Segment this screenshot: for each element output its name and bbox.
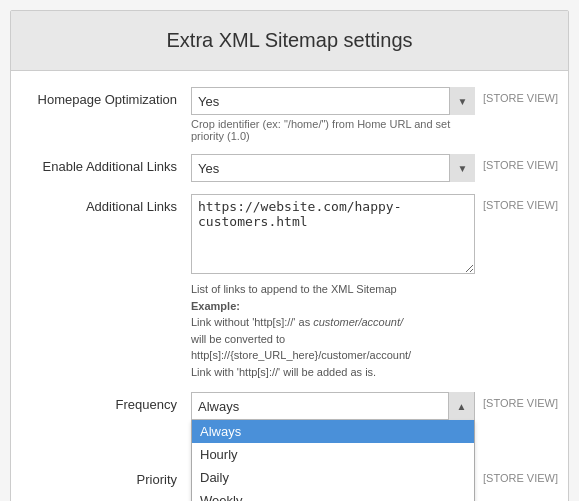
title-bar: Extra XML Sitemap settings [11,11,568,71]
homepage-optimization-field: Yes No ▼ Crop identifier (ex: "/home/") … [191,87,475,142]
priority-label: Priority [21,432,191,487]
frequency-dropdown: Always ▲ Always Hourly Daily Weekly Mont… [191,392,475,420]
frequency-dropdown-display[interactable]: Always ▲ [191,392,475,420]
additional-links-hints: List of links to append to the XML Sitem… [191,281,475,380]
frequency-option-daily[interactable]: Daily [192,466,474,489]
additional-links-hint-line2: will be converted to [191,333,285,345]
additional-links-field: https://website.com/happy-customers.html… [191,194,475,380]
homepage-optimization-store-view: [STORE VIEW] [483,87,558,104]
additional-links-hint-title: List of links to append to the XML Sitem… [191,283,397,295]
additional-links-row: Additional Links https://website.com/hap… [21,194,558,380]
additional-links-example-label: Example: [191,300,240,312]
frequency-arrow-icon[interactable]: ▲ [448,392,474,420]
additional-links-hint-line3: http[s]://{store_URL_here}/customer/acco… [191,349,411,361]
frequency-label: Frequency [21,392,191,412]
homepage-optimization-select[interactable]: Yes No [191,87,475,115]
enable-additional-links-select-wrapper: Yes No ▼ [191,154,475,182]
enable-additional-links-select[interactable]: Yes No [191,154,475,182]
frequency-option-always[interactable]: Always [192,420,474,443]
frequency-store-view: [STORE VIEW] [483,392,558,409]
additional-links-label: Additional Links [21,194,191,214]
homepage-optimization-row: Homepage Optimization Yes No ▼ Crop iden… [21,87,558,142]
frequency-row: Frequency Always ▲ Always Hourly Daily W… [21,392,558,420]
enable-additional-links-store-view: [STORE VIEW] [483,154,558,171]
additional-links-textarea[interactable]: https://website.com/happy-customers.html [191,194,475,274]
form-body: Homepage Optimization Yes No ▼ Crop iden… [11,71,568,501]
frequency-option-hourly[interactable]: Hourly [192,443,474,466]
enable-additional-links-row: Enable Additional Links Yes No ▼ [STORE … [21,154,558,182]
frequency-option-weekly[interactable]: Weekly [192,489,474,501]
frequency-field: Always ▲ Always Hourly Daily Weekly Mont… [191,392,475,420]
homepage-optimization-label: Homepage Optimization [21,87,191,107]
homepage-optimization-hint: Crop identifier (ex: "/home/") from Home… [191,118,475,142]
frequency-selected-value: Always [198,399,448,414]
page-title: Extra XML Sitemap settings [31,29,548,52]
additional-links-hint-line1: Link without 'http[s]://' as customer/ac… [191,316,403,328]
additional-links-hint-line4: Link with 'http[s]://' will be added as … [191,366,376,378]
settings-panel: Extra XML Sitemap settings Homepage Opti… [10,10,569,501]
enable-additional-links-field: Yes No ▼ [191,154,475,182]
enable-additional-links-label: Enable Additional Links [21,154,191,174]
homepage-optimization-select-wrapper: Yes No ▼ [191,87,475,115]
priority-store-view: [STORE VIEW] [483,432,558,484]
additional-links-store-view: [STORE VIEW] [483,194,558,211]
frequency-dropdown-list: Always Hourly Daily Weekly Monthly Yearl… [191,420,475,501]
